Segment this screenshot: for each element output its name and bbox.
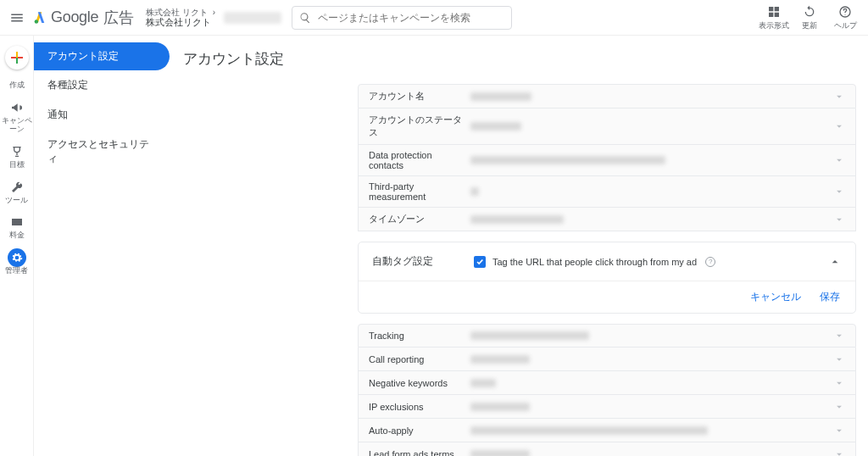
account-id-redacted: [224, 12, 281, 24]
settings-row[interactable]: Call reporting: [358, 348, 856, 371]
product-logo[interactable]: Google 広告: [32, 8, 134, 28]
chevron-right-icon: ›: [213, 8, 215, 17]
wrench-icon: [10, 181, 24, 194]
search-icon: [299, 12, 311, 24]
chevron-down-icon: [833, 186, 845, 197]
row-label: Lead form ads terms: [369, 444, 470, 457]
settings-panel-2: TrackingCall reportingNegative keywordsI…: [358, 324, 856, 456]
chevron-down-icon: [833, 91, 845, 103]
create-fab[interactable]: [5, 46, 29, 70]
row-label: IP exclusions: [369, 397, 470, 417]
row-label: Negative keywords: [369, 373, 470, 393]
account-breadcrumb[interactable]: 株式会社 リクト › 株式会社リクト: [146, 8, 215, 27]
row-value-redacted: [470, 122, 833, 131]
chevron-down-icon: [833, 353, 845, 365]
save-button[interactable]: 保存: [820, 290, 840, 304]
account-path-line2: 株式会社リクト: [146, 17, 215, 27]
settings-row[interactable]: Lead form ads terms: [358, 442, 856, 456]
trophy-icon: [10, 145, 24, 158]
row-value-redacted: [470, 426, 833, 435]
row-value-redacted: [470, 379, 833, 387]
row-value-redacted: [470, 215, 833, 224]
rail-campaigns[interactable]: キャンペーン: [0, 100, 34, 134]
megaphone-icon: [10, 101, 24, 114]
chevron-down-icon: [833, 214, 845, 225]
settings-row[interactable]: IP exclusions: [358, 395, 856, 419]
settings-row[interactable]: アカウントのステータス: [358, 108, 856, 145]
account-path-line1: 株式会社 リクト: [146, 8, 208, 17]
row-label: アカウントのステータス: [369, 108, 470, 144]
refresh-action[interactable]: 更新: [792, 4, 827, 31]
chevron-down-icon: [833, 330, 845, 342]
row-label: Tracking: [369, 325, 470, 346]
settings-row[interactable]: Third-party measurement: [358, 176, 856, 208]
chevron-down-icon: [833, 154, 845, 166]
help-icon[interactable]: ?: [705, 257, 715, 267]
page-title: アカウント設定: [183, 49, 856, 69]
appearance-icon: [767, 5, 781, 19]
row-value-redacted: [470, 92, 833, 101]
search-field[interactable]: [292, 6, 512, 30]
rail-admin[interactable]: 管理者: [0, 250, 34, 275]
left-rail: 作成 キャンペーン 目標 ツール 料金 管理者: [0, 36, 34, 456]
settings-row[interactable]: Tracking: [358, 324, 856, 348]
credit-card-icon: [10, 215, 24, 229]
main-content: アカウント設定 アカウント名アカウントのステータスData protection…: [170, 36, 868, 456]
row-value-redacted: [470, 331, 833, 340]
rail-goals[interactable]: 目標: [0, 144, 34, 170]
row-label: Call reporting: [369, 349, 470, 370]
row-label: Auto-apply: [369, 420, 470, 441]
search-input[interactable]: [318, 12, 504, 24]
auto-tagging-checkbox-row[interactable]: Tag the URL that people click through fr…: [474, 256, 715, 268]
cancel-button[interactable]: キャンセル: [750, 290, 801, 304]
menu-icon[interactable]: [5, 6, 29, 30]
settings-row[interactable]: Data protection contacts: [358, 145, 856, 176]
ads-logo-icon: [32, 10, 47, 25]
row-value-redacted: [470, 187, 833, 196]
collapse-icon[interactable]: [828, 255, 842, 269]
refresh-icon: [803, 5, 816, 19]
row-label: アカウント名: [369, 85, 470, 108]
gear-icon: [11, 252, 23, 264]
help-action[interactable]: ヘルプ: [827, 4, 863, 31]
chevron-down-icon: [833, 448, 845, 457]
row-value-redacted: [470, 355, 833, 364]
plus-icon: [11, 52, 23, 64]
checkbox-checked-icon[interactable]: [474, 256, 486, 268]
row-value-redacted: [470, 450, 833, 457]
chevron-down-icon: [833, 120, 845, 132]
svg-point-0: [35, 19, 39, 24]
chevron-down-icon: [833, 425, 845, 437]
sub-nav: アカウント設定 各種設定 通知 アクセスとセキュリティ: [34, 36, 170, 456]
svg-point-2: [844, 14, 845, 14]
brand-text: Google: [51, 8, 98, 26]
auto-tagging-checkbox-label: Tag the URL that people click through fr…: [492, 257, 697, 267]
brand-sub: 広告: [103, 8, 134, 28]
subnav-item-access[interactable]: アクセスとセキュリティ: [34, 130, 170, 174]
row-value-redacted: [470, 403, 833, 411]
rail-tools[interactable]: ツール: [0, 180, 34, 205]
row-label: Data protection contacts: [369, 145, 470, 175]
settings-row[interactable]: Negative keywords: [358, 371, 856, 395]
chevron-down-icon: [833, 377, 845, 389]
subnav-active[interactable]: アカウント設定: [34, 42, 170, 70]
settings-panel-1: アカウント名アカウントのステータスData protection contact…: [358, 84, 856, 231]
settings-row[interactable]: Auto-apply: [358, 419, 856, 442]
rail-billing[interactable]: 料金: [0, 214, 34, 240]
row-label: タイムゾーン: [369, 208, 470, 231]
auto-tagging-label: 自動タグ設定: [372, 254, 474, 269]
auto-tagging-card: 自動タグ設定 Tag the URL that people click thr…: [358, 242, 856, 314]
row-label: Third-party measurement: [369, 176, 470, 207]
chevron-down-icon: [833, 401, 845, 413]
rail-create[interactable]: 作成: [0, 80, 34, 90]
subnav-item-notifications[interactable]: 通知: [34, 100, 170, 130]
top-bar: Google 広告 株式会社 リクト › 株式会社リクト 表示形式 更新 ヘルプ: [0, 0, 868, 36]
settings-row[interactable]: アカウント名: [358, 84, 856, 108]
row-value-redacted: [470, 156, 833, 164]
subnav-item-settings[interactable]: 各種設定: [34, 70, 170, 100]
settings-row[interactable]: タイムゾーン: [358, 208, 856, 231]
appearance-action[interactable]: 表示形式: [756, 4, 792, 31]
help-icon: [838, 5, 852, 19]
